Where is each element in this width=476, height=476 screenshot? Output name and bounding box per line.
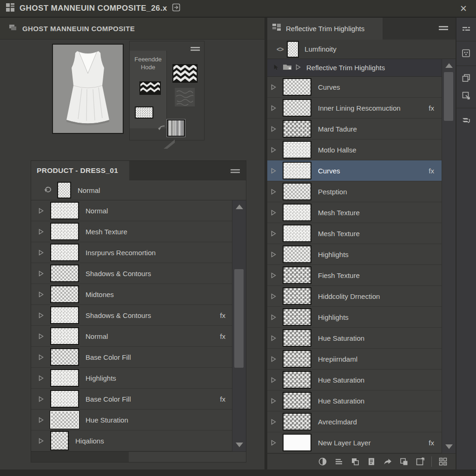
scrollbar-thumb[interactable] xyxy=(444,72,453,121)
disclosure-triangle-icon[interactable] xyxy=(271,210,276,216)
disclosure-triangle-icon[interactable] xyxy=(39,354,44,360)
code-brackets-icon[interactable]: <> xyxy=(277,46,283,53)
layer-row[interactable]: Base Color Fill xyxy=(31,347,233,368)
disclosure-triangle-icon[interactable] xyxy=(271,272,276,278)
disclosure-triangle-icon[interactable] xyxy=(39,291,44,298)
share-arrow-icon[interactable] xyxy=(383,456,393,467)
tab-product-dress-01[interactable]: PRODUCT - DRESS_01 xyxy=(31,161,129,180)
layer-thumbnail[interactable] xyxy=(283,287,311,305)
disclosure-triangle-icon[interactable] xyxy=(271,189,276,195)
layer-row[interactable]: Mesh Texture xyxy=(267,223,442,244)
disclosure-triangle-icon[interactable] xyxy=(39,312,44,318)
duplicate-layer-icon[interactable] xyxy=(399,456,409,467)
scroll-down-arrow-icon[interactable] xyxy=(445,444,453,449)
vertical-scrollbar[interactable] xyxy=(232,200,246,451)
layer-thumbnail[interactable] xyxy=(283,392,311,410)
close-icon[interactable]: ✕ xyxy=(456,3,470,14)
disclosure-triangle-icon[interactable] xyxy=(39,229,44,235)
disclosure-triangle-icon[interactable] xyxy=(39,250,44,256)
scratch-texture-thumbnail[interactable] xyxy=(175,88,195,106)
layer-thumbnail[interactable] xyxy=(283,141,311,159)
sync-icon[interactable] xyxy=(43,185,53,195)
layer-row[interactable]: Hue Sturation xyxy=(31,410,233,430)
layer-thumbnail[interactable] xyxy=(283,350,311,368)
layer-thumbnail[interactable] xyxy=(283,413,311,430)
disclosure-triangle-icon[interactable] xyxy=(39,438,44,444)
layer-thumbnail[interactable] xyxy=(50,223,79,240)
layer-thumbnail[interactable] xyxy=(50,369,79,387)
layer-thumbnail[interactable] xyxy=(283,308,311,326)
layer-row[interactable]: Hiqalions xyxy=(31,430,233,451)
skirt-pattern-thumbnail[interactable] xyxy=(167,119,185,137)
layer-row[interactable]: Curves fx xyxy=(267,160,442,181)
panel-menu-icon[interactable] xyxy=(438,25,449,33)
layer-row[interactable]: Highlights xyxy=(267,307,442,328)
layer-row[interactable]: Hue Saturation xyxy=(267,370,442,390)
disclosure-triangle-icon[interactable] xyxy=(271,251,276,258)
disclosure-triangle-icon[interactable] xyxy=(271,147,276,153)
layer-row[interactable]: Normal xyxy=(31,200,233,221)
layer-group-header[interactable]: Reflective Trim Highlights xyxy=(267,59,442,77)
layer-row[interactable]: Motlo Hallse xyxy=(267,139,442,160)
disclosure-triangle-icon[interactable] xyxy=(271,440,276,446)
vertical-scrollbar[interactable] xyxy=(442,59,456,453)
layer-thumbnail[interactable] xyxy=(283,266,311,284)
blend-mode-value[interactable]: Normal xyxy=(78,186,100,194)
disclosure-triangle-icon[interactable] xyxy=(39,396,44,402)
layer-thumbnail[interactable] xyxy=(50,431,69,450)
layer-row[interactable]: Base Color Fill fx xyxy=(31,389,233,410)
panel-menu-icon[interactable] xyxy=(461,23,472,34)
disclosure-triangle-icon[interactable] xyxy=(271,84,276,90)
layer-thumbnail[interactable] xyxy=(50,285,79,303)
layer-row[interactable]: Hiddcolity Drnection xyxy=(267,286,442,307)
layer-thumbnail[interactable] xyxy=(50,244,79,261)
duplicate-icon[interactable] xyxy=(461,73,472,84)
disclosure-triangle-icon[interactable] xyxy=(271,314,276,320)
layer-thumbnail[interactable] xyxy=(283,183,311,200)
layer-thumbnail[interactable] xyxy=(50,390,79,408)
disclosure-triangle-icon[interactable] xyxy=(271,377,276,383)
layer-thumbnail[interactable] xyxy=(50,348,79,366)
layer-thumbnail[interactable] xyxy=(283,329,311,347)
disclosure-triangle-icon[interactable] xyxy=(39,208,44,214)
disclosure-triangle-icon[interactable] xyxy=(271,126,276,132)
layer-thumbnail[interactable] xyxy=(283,120,311,138)
disclosure-triangle-icon[interactable] xyxy=(296,64,301,72)
swatches-icon[interactable] xyxy=(461,48,472,59)
layer-row[interactable]: Pestption xyxy=(267,181,442,202)
layer-row[interactable]: Fiesh Texture xyxy=(267,265,442,286)
disclosure-triangle-icon[interactable] xyxy=(39,375,44,381)
scroll-up-arrow-icon[interactable] xyxy=(236,205,243,209)
layer-row[interactable]: Inner Lining Rescomuction fx xyxy=(267,98,442,119)
scrollbar-thumb[interactable] xyxy=(234,269,244,368)
disclosure-triangle-icon[interactable] xyxy=(271,398,276,404)
disclosure-triangle-icon[interactable] xyxy=(271,419,276,425)
layer-row[interactable]: Mesh Texture xyxy=(267,202,442,223)
layer-thumbnail[interactable] xyxy=(50,411,79,429)
menu-icon[interactable] xyxy=(190,45,200,53)
disclosure-triangle-icon[interactable] xyxy=(271,356,276,362)
layer-thumbnail[interactable] xyxy=(283,371,311,389)
blend-mode-value[interactable]: Lumfinoity xyxy=(304,45,336,53)
disclosure-triangle-icon[interactable] xyxy=(271,105,276,111)
layer-thumbnail[interactable] xyxy=(50,264,79,282)
layer-row[interactable]: Shadows & Contours fx xyxy=(31,305,233,326)
layer-thumbnail[interactable] xyxy=(283,78,311,96)
layer-thumbnail[interactable] xyxy=(283,225,311,242)
layers-stack-icon[interactable] xyxy=(461,115,472,126)
layer-row[interactable]: Curves xyxy=(267,77,442,98)
scroll-up-arrow-icon[interactable] xyxy=(445,63,453,68)
disclosure-triangle-icon[interactable] xyxy=(39,333,44,339)
layer-row[interactable]: New Layer Layer fx xyxy=(267,432,442,453)
layer-thumbnail[interactable] xyxy=(283,434,311,451)
menu-icon[interactable] xyxy=(230,167,240,176)
layer-row[interactable]: Mard Tadure xyxy=(267,119,442,139)
disclosure-triangle-icon[interactable] xyxy=(39,271,44,277)
move-frame-icon[interactable] xyxy=(461,90,472,101)
layer-row[interactable]: Highlights xyxy=(31,368,233,389)
layer-row[interactable]: Mesh Texture xyxy=(31,221,233,242)
zigzag-pattern-thumbnail-large[interactable] xyxy=(172,64,198,83)
document-icon[interactable] xyxy=(366,456,377,467)
scroll-down-arrow-icon[interactable] xyxy=(236,443,243,447)
layer-row[interactable]: Avreclmdard xyxy=(267,411,442,432)
